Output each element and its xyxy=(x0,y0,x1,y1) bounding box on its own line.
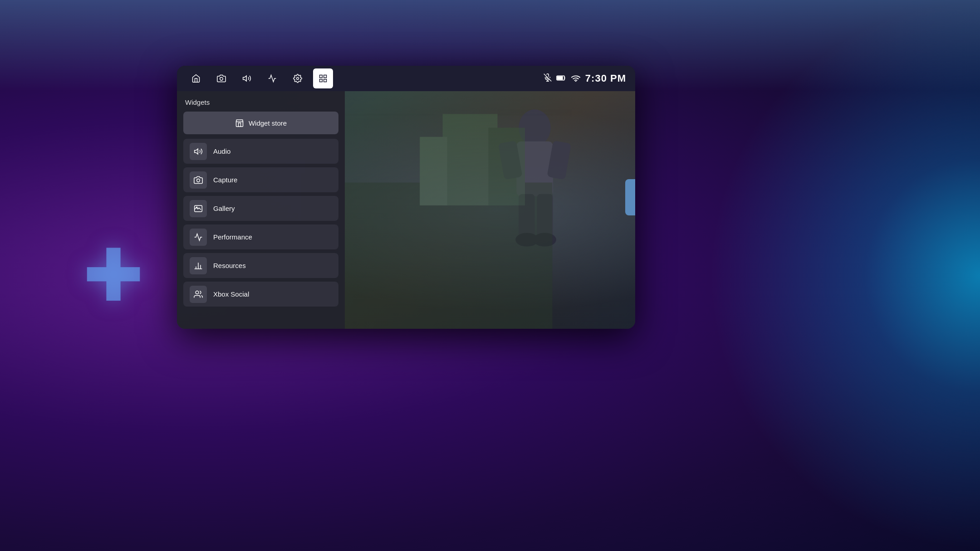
widget-audio-item[interactable]: Audio xyxy=(183,139,338,164)
battery-icon xyxy=(556,74,566,83)
people-icon xyxy=(194,290,203,299)
wifi-icon xyxy=(571,73,581,84)
nav-settings-button[interactable] xyxy=(288,68,308,88)
xbox-social-label: Xbox Social xyxy=(213,290,249,298)
svg-point-12 xyxy=(575,81,576,82)
mic-muted-icon xyxy=(544,73,552,84)
svg-point-35 xyxy=(196,291,199,294)
svg-rect-5 xyxy=(320,79,323,82)
widget-capture-item[interactable]: Capture xyxy=(183,167,338,192)
svg-rect-11 xyxy=(557,76,563,79)
volume-icon xyxy=(194,147,203,156)
widgets-title: Widgets xyxy=(183,98,338,106)
store-icon xyxy=(235,118,244,127)
svg-point-0 xyxy=(220,78,223,81)
bg-right-glow xyxy=(708,0,980,551)
gallery-icon xyxy=(194,204,203,213)
time-display: 7:30 PM xyxy=(585,73,626,84)
plus-icon-container: ✚ xyxy=(73,235,154,317)
widget-panel: Widgets Widget store Audio xyxy=(177,91,345,329)
performance-icon-box xyxy=(190,229,207,246)
svg-point-28 xyxy=(197,179,200,182)
plus-icon: ✚ xyxy=(83,239,144,312)
capture-icon-box xyxy=(190,171,207,189)
nav-widgets-button[interactable] xyxy=(313,68,333,88)
nav-performance-button[interactable] xyxy=(262,68,282,88)
nav-home-button[interactable] xyxy=(186,68,206,88)
device-frame: 7:30 PM Widget xyxy=(177,66,635,329)
xbox-social-icon-box xyxy=(190,286,207,303)
svg-rect-24 xyxy=(420,137,447,205)
nav-icons xyxy=(186,68,544,88)
svg-rect-6 xyxy=(324,79,327,82)
svg-rect-3 xyxy=(320,75,323,78)
svg-rect-23 xyxy=(488,128,525,205)
widget-resources-item[interactable]: Resources xyxy=(183,253,338,278)
widget-store-label: Widget store xyxy=(249,119,287,127)
widget-store-button[interactable]: Widget store xyxy=(183,112,338,134)
widget-xbox-social-item[interactable]: Xbox Social xyxy=(183,282,338,307)
performance-chart-icon xyxy=(194,233,203,242)
pull-tab[interactable] xyxy=(625,179,635,215)
resources-label: Resources xyxy=(213,262,246,269)
widget-performance-item[interactable]: Performance xyxy=(183,224,338,249)
nav-camera-button[interactable] xyxy=(211,68,231,88)
resources-icon-box xyxy=(190,257,207,274)
gallery-icon-box xyxy=(190,200,207,217)
widget-gallery-item[interactable]: Gallery xyxy=(183,196,338,221)
svg-rect-4 xyxy=(324,75,327,78)
svg-point-2 xyxy=(297,78,299,80)
capture-label: Capture xyxy=(213,176,237,184)
audio-label: Audio xyxy=(213,147,230,155)
top-bar: 7:30 PM xyxy=(177,66,635,91)
performance-label: Performance xyxy=(213,233,252,241)
bar-chart-icon xyxy=(194,261,203,270)
gallery-label: Gallery xyxy=(213,205,235,212)
audio-icon-box xyxy=(190,143,207,160)
svg-point-30 xyxy=(196,207,197,208)
svg-marker-1 xyxy=(243,76,247,81)
status-bar: 7:30 PM xyxy=(544,73,626,84)
camera-icon xyxy=(194,176,203,185)
svg-marker-27 xyxy=(195,149,198,154)
nav-audio-button[interactable] xyxy=(237,68,257,88)
